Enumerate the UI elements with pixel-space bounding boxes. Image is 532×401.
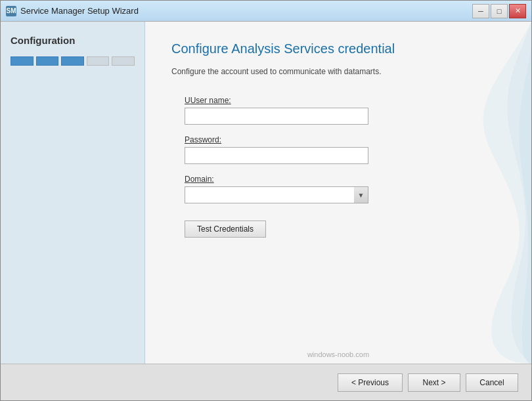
progress-segment-5 (112, 56, 135, 66)
previous-button[interactable]: < Previous (338, 373, 403, 392)
configuration-heading: Configuration (11, 35, 135, 46)
page-description: Configure the account used to communicat… (171, 67, 505, 76)
progress-bar (11, 56, 135, 66)
title-bar-left: SM Service Manager Setup Wizard (6, 6, 139, 16)
form-section: UUser name: Password: Doma (185, 96, 505, 238)
progress-segment-1 (11, 56, 33, 66)
maximize-button[interactable]: □ (491, 4, 508, 18)
title-bar: SM Service Manager Setup Wizard ─ □ ✕ (1, 1, 531, 22)
page-title: Configure Analysis Services credential (171, 41, 505, 56)
password-input[interactable] (185, 147, 368, 164)
domain-label: Domain: (185, 175, 505, 184)
window: SM Service Manager Setup Wizard ─ □ ✕ Co… (0, 0, 532, 401)
progress-segment-2 (36, 56, 59, 66)
domain-group: Domain: ▼ (185, 175, 505, 203)
username-label: UUser name: (185, 96, 505, 105)
domain-select[interactable] (185, 186, 368, 203)
left-panel: Configuration (1, 22, 145, 364)
next-button[interactable]: Next > (408, 373, 460, 392)
progress-segment-4 (87, 56, 110, 66)
app-icon: SM (6, 6, 16, 16)
test-credentials-button[interactable]: Test Credentials (185, 221, 266, 238)
progress-segment-3 (61, 56, 84, 66)
window-title: Service Manager Setup Wizard (20, 6, 139, 16)
title-bar-buttons: ─ □ ✕ (472, 4, 526, 18)
minimize-button[interactable]: ─ (472, 4, 489, 18)
username-group: UUser name: (185, 96, 505, 125)
password-group: Password: (185, 135, 505, 164)
domain-select-wrapper: ▼ (185, 186, 368, 203)
content-area: Configure Analysis Services credential C… (145, 22, 531, 364)
username-input[interactable] (185, 108, 368, 125)
footer: < Previous Next > Cancel (1, 364, 531, 400)
cancel-button[interactable]: Cancel (466, 373, 518, 392)
close-button[interactable]: ✕ (509, 4, 526, 18)
password-label: Password: (185, 135, 505, 144)
right-panel: Configure Analysis Services credential C… (145, 22, 531, 364)
main-content: Configuration Configure Analysis Service… (1, 22, 531, 364)
